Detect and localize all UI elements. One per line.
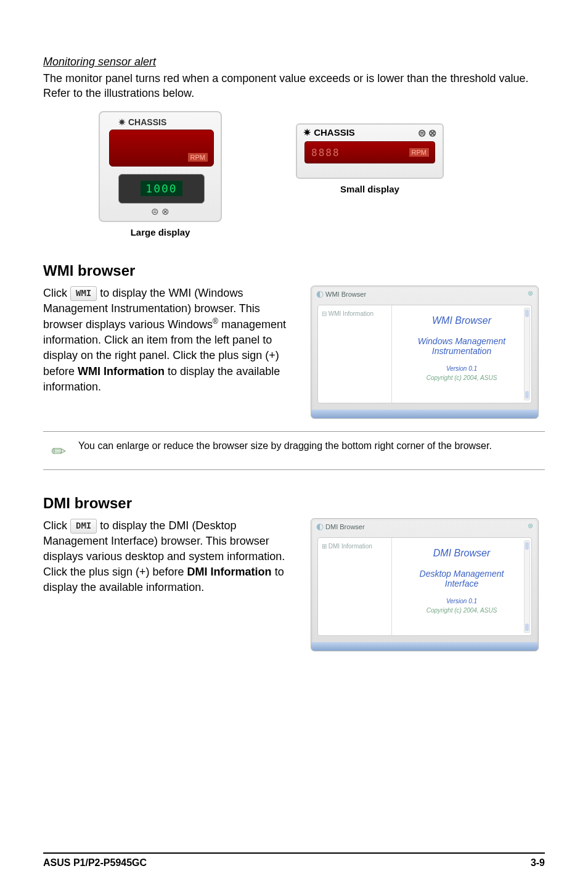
loop-icon: ⊜	[418, 127, 426, 139]
small-display-col: ✷ CHASSIS ⊜ ⊗ 8888 RPM Small display	[296, 111, 444, 237]
chassis-sensor-small: ✷ CHASSIS ⊜ ⊗ 8888 RPM	[296, 123, 444, 179]
monitoring-body: The monitor panel turns red when a compo…	[43, 71, 545, 101]
footer-product: ASUS P1/P2-P5945GC	[43, 857, 147, 868]
dmi-browser-window: ◐ DMI Browser ⊗ ⊞ DMI Information DMI Br…	[311, 518, 539, 651]
pencil-icon: ✎	[47, 439, 71, 464]
sensor-small-label-wrap: ✷ CHASSIS	[303, 127, 355, 138]
loop-icon: ⊜	[151, 206, 159, 217]
sensor-small-red-bar: 8888 RPM	[304, 141, 435, 163]
wmi-scrollbar[interactable]	[524, 308, 530, 400]
small-display-caption: Small display	[296, 184, 444, 194]
window-close-icon[interactable]: ⊗	[528, 522, 533, 530]
dmi-content-title: DMI Browser	[396, 548, 528, 559]
wmi-heading: WMI browser	[43, 262, 545, 279]
close-icon: ⊗	[161, 206, 169, 217]
wmi-content-version: Version 0.1	[396, 365, 528, 372]
wmi-window-title: ◐ WMI Browser	[316, 289, 366, 299]
close-icon: ⊗	[428, 127, 436, 139]
monitoring-heading: Monitoring sensor alert	[43, 56, 545, 68]
dmi-content-copyright: Copyright (c) 2004, ASUS	[396, 607, 528, 614]
chassis-sensor-large: ✷ CHASSIS RPM 1000 ⊜ ⊗	[99, 111, 222, 222]
rpm-badge-small: RPM	[409, 147, 430, 157]
dmi-text-a: Click	[43, 519, 70, 532]
large-display-col: ✷ CHASSIS RPM 1000 ⊜ ⊗ Large display	[99, 111, 222, 237]
wmi-bold-term: WMI Information	[78, 365, 165, 377]
dmi-content-sub2: Interface	[396, 579, 528, 589]
dmi-window-footer[interactable]	[311, 642, 538, 651]
dmi-heading: DMI browser	[43, 495, 545, 512]
dmi-window-title: ◐ DMI Browser	[316, 521, 365, 531]
note-text: You can enlarge or reduce the browser si…	[78, 439, 492, 453]
wmi-content-sub1: Windows Management	[396, 336, 528, 347]
wmi-window-footer[interactable]	[311, 410, 538, 418]
page-footer: ASUS P1/P2-P5945GC 3-9	[43, 852, 545, 868]
wmi-content-sub2: Instrumentation	[396, 346, 528, 357]
rpm-badge-large: RPM	[187, 152, 208, 162]
wmi-tree-root[interactable]: ⊟ WMI Information	[322, 310, 388, 317]
sensor-small-icons: ⊜ ⊗	[418, 127, 436, 139]
sensor-small-value: 8888	[311, 146, 340, 158]
large-display-caption: Large display	[99, 227, 222, 237]
sensor-large-label-text: CHASSIS	[128, 117, 166, 127]
window-close-icon[interactable]: ⊗	[528, 289, 533, 297]
sensor-large-icons: ⊜ ⊗	[100, 206, 221, 217]
dmi-button[interactable]: DMI	[70, 519, 97, 534]
wmi-text-a: Click	[43, 287, 70, 299]
wmi-button[interactable]: WMI	[70, 286, 97, 301]
sensor-large-value: 1000	[141, 181, 182, 196]
sensor-small-label: CHASSIS	[314, 127, 355, 138]
sensor-large-red-panel: RPM	[109, 130, 214, 167]
fan-icon: ✷	[303, 127, 311, 138]
wmi-browser-window: ◐ WMI Browser ⊗ ⊟ WMI Information WMI Br…	[311, 286, 539, 419]
footer-page-number: 3-9	[531, 857, 545, 868]
dmi-scrollbar[interactable]	[524, 540, 530, 633]
wmi-paragraph: Click WMI to display the WMI (Windows Ma…	[43, 286, 292, 419]
wmi-content-pane: WMI Browser Windows Management Instrumen…	[392, 305, 531, 403]
dmi-content-pane: DMI Browser Desktop Management Interface…	[392, 538, 531, 635]
sensor-images-row: ✷ CHASSIS RPM 1000 ⊜ ⊗ Large display ✷ C…	[99, 111, 545, 237]
note-block: ✎ You can enlarge or reduce the browser …	[43, 431, 545, 470]
sensor-large-readout: 1000	[118, 174, 205, 204]
app-icon: ◐	[316, 289, 324, 299]
wmi-content-title: WMI Browser	[396, 315, 528, 326]
dmi-content-sub1: Desktop Management	[396, 569, 528, 579]
dmi-tree-root[interactable]: ⊞ DMI Information	[322, 543, 388, 550]
wmi-content-copyright: Copyright (c) 2004, ASUS	[396, 374, 528, 381]
app-icon: ◐	[316, 521, 324, 531]
dmi-content-version: Version 0.1	[396, 598, 528, 604]
wmi-tree-pane[interactable]: ⊟ WMI Information	[318, 305, 392, 403]
sensor-large-label: ✷ CHASSIS	[118, 117, 166, 127]
dmi-tree-pane[interactable]: ⊞ DMI Information	[318, 538, 392, 635]
fan-icon: ✷	[118, 117, 126, 127]
dmi-paragraph: Click DMI to display the DMI (Desktop Ma…	[43, 518, 292, 651]
dmi-bold-term: DMI Information	[187, 566, 272, 578]
registered-icon: ®	[213, 317, 218, 326]
